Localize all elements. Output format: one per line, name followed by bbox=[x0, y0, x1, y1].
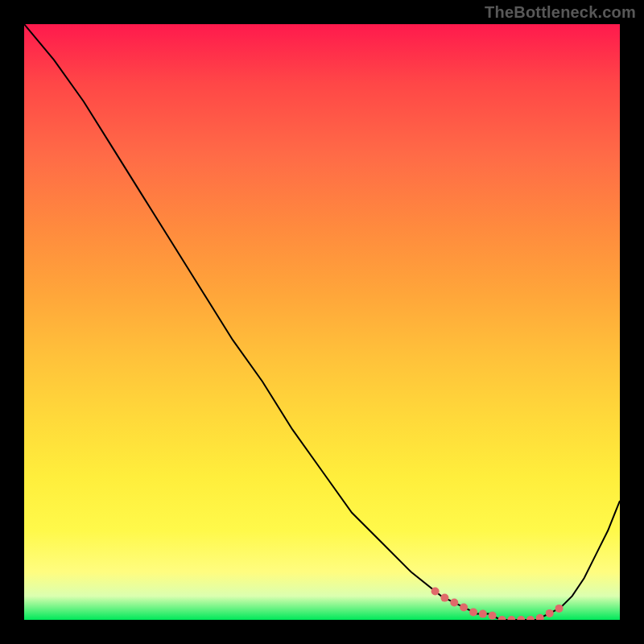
highlight-dot bbox=[507, 616, 515, 620]
highlight-dot bbox=[546, 609, 554, 617]
highlight-dot bbox=[489, 612, 497, 620]
highlight-dot bbox=[469, 608, 477, 616]
bottleneck-curve bbox=[24, 24, 620, 620]
highlight-dot bbox=[498, 616, 506, 620]
highlight-dot bbox=[526, 616, 535, 620]
plot-area bbox=[24, 24, 620, 620]
highlight-dot bbox=[440, 594, 448, 602]
highlight-dot bbox=[536, 614, 544, 620]
highlight-dot bbox=[479, 610, 487, 618]
highlight-dot bbox=[517, 616, 525, 620]
highlight-dot bbox=[450, 599, 458, 607]
watermark-text: TheBottleneck.com bbox=[485, 3, 636, 22]
highlight-dot bbox=[431, 588, 440, 596]
chart-frame: TheBottleneck.com bbox=[0, 0, 644, 644]
highlight-dot bbox=[555, 605, 564, 613]
highlight-dot bbox=[460, 604, 468, 612]
highlight-markers bbox=[431, 588, 564, 621]
plot-svg bbox=[24, 24, 620, 620]
